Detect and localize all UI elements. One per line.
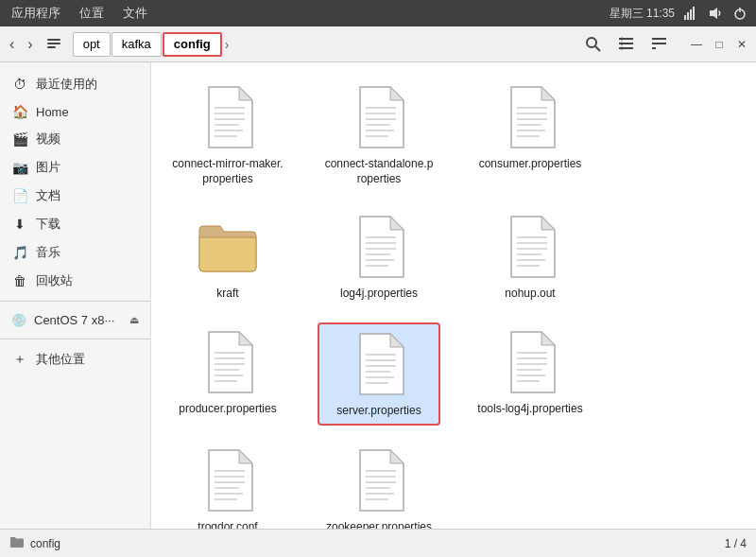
file-name-label: producer.properties	[179, 402, 276, 417]
file-name-label: trogdor.conf	[198, 520, 257, 529]
sidebar-item-home[interactable]: 🏠 Home	[0, 98, 150, 125]
file-item-log4j-properties[interactable]: log4j.properties	[318, 207, 440, 307]
document-icon	[500, 328, 560, 396]
view-grid-button[interactable]	[644, 32, 675, 56]
breadcrumb-more[interactable]: ›	[223, 37, 232, 52]
svg-rect-2	[690, 9, 692, 20]
svg-rect-9	[47, 46, 56, 48]
svg-point-17	[621, 47, 624, 50]
svg-line-11	[595, 46, 600, 51]
folder-icon	[198, 213, 258, 281]
trash-icon: 🗑	[11, 273, 28, 288]
file-name-label: consumer.properties	[479, 157, 582, 172]
location-label: config	[30, 537, 60, 550]
file-grid: connect-mirror-maker.properties connect-…	[166, 78, 741, 529]
network-icon	[682, 5, 699, 22]
sidebar-item-music[interactable]: 🎵 音乐	[0, 238, 150, 267]
sidebar: ⏱ 最近使用的 🏠 Home 🎬 视频 📷 图片 📄 文档 ⬇ 下载	[0, 62, 151, 529]
file-item-kraft[interactable]: kraft	[166, 207, 289, 307]
svg-rect-1	[687, 12, 689, 20]
svg-rect-3	[693, 7, 695, 20]
svg-point-10	[587, 38, 596, 47]
document-icon	[500, 213, 560, 281]
sidebar-item-photos[interactable]: 📷 图片	[0, 153, 150, 182]
view-list-button[interactable]	[610, 32, 642, 56]
video-icon: 🎬	[11, 131, 28, 147]
file-name-label: log4j.properties	[340, 287, 418, 302]
svg-marker-94	[390, 450, 404, 463]
file-item-producer-properties[interactable]: producer.properties	[166, 322, 289, 426]
svg-rect-20	[652, 47, 656, 49]
volume-icon	[707, 5, 724, 22]
svg-marker-4	[710, 8, 717, 19]
search-button[interactable]	[577, 32, 609, 56]
app-menu[interactable]: 应用程序	[8, 3, 64, 24]
document-icon	[349, 213, 409, 281]
document-icon	[349, 446, 409, 514]
statusbar: config 1 / 4	[0, 529, 756, 557]
svg-rect-8	[47, 43, 60, 44]
file-area: connect-mirror-maker.properties connect-…	[151, 62, 756, 529]
file-item-server-properties[interactable]: server.properties	[318, 322, 440, 426]
file-item-connect-standalone-properties[interactable]: connect-standalone.properties	[318, 78, 440, 192]
breadcrumb-config[interactable]: config	[163, 32, 222, 57]
svg-rect-0	[684, 15, 686, 20]
clock-icon: ⏱	[11, 77, 28, 92]
file-name-label: server.properties	[336, 404, 421, 419]
sidebar-item-downloads[interactable]: ⬇ 下载	[0, 210, 150, 238]
svg-marker-70	[390, 334, 404, 347]
file-item-connect-mirror-maker-properties[interactable]: connect-mirror-maker.properties	[166, 78, 289, 192]
breadcrumb-opt[interactable]: opt	[73, 32, 111, 57]
back-button[interactable]: ‹	[4, 32, 20, 57]
svg-marker-62	[239, 332, 252, 345]
sidebar-item-docs[interactable]: 📄 文档	[0, 182, 150, 210]
breadcrumb: opt kafka config ›	[73, 31, 572, 58]
music-icon: 🎵	[11, 245, 28, 260]
toolbar: ‹ › opt kafka config › — □ ✕	[0, 26, 756, 62]
power-icon[interactable]	[731, 5, 748, 22]
svg-point-16	[621, 43, 624, 45]
svg-marker-46	[390, 217, 404, 230]
file-item-tools-log4j-properties[interactable]: tools-log4j.properties	[469, 322, 592, 426]
page-info: 1 / 4	[725, 537, 747, 550]
files-menu[interactable]: 文件	[119, 3, 151, 24]
document-icon	[349, 330, 409, 398]
document-icon	[349, 83, 409, 151]
sidebar-item-video[interactable]: 🎬 视频	[0, 125, 150, 153]
sidebar-item-trash[interactable]: 🗑 回收站	[0, 267, 150, 295]
sidebar-item-recent[interactable]: ⏱ 最近使用的	[0, 70, 150, 98]
file-item-nohup-out[interactable]: nohup.out	[469, 207, 592, 307]
svg-rect-19	[652, 43, 666, 44]
svg-rect-7	[47, 39, 60, 41]
maximize-button[interactable]: □	[709, 34, 730, 55]
close-button[interactable]: ✕	[731, 34, 752, 55]
forward-button[interactable]: ›	[22, 32, 38, 57]
home-icon: 🏠	[11, 104, 28, 119]
svg-point-15	[621, 38, 624, 41]
svg-marker-78	[541, 332, 555, 345]
main-layout: ⏱ 最近使用的 🏠 Home 🎬 视频 📷 图片 📄 文档 ⬇ 下载	[0, 62, 756, 529]
document-icon	[198, 446, 258, 514]
file-item-consumer-properties[interactable]: consumer.properties	[469, 78, 592, 192]
history-button[interactable]	[41, 33, 67, 56]
file-name-label: connect-standalone.properties	[323, 157, 435, 186]
breadcrumb-kafka[interactable]: kafka	[112, 32, 162, 57]
svg-rect-18	[652, 38, 666, 40]
eject-button[interactable]: ⏏	[129, 314, 139, 326]
photo-icon: 📷	[11, 160, 28, 175]
disk-icon: 💿	[11, 313, 26, 327]
minimize-button[interactable]: —	[686, 34, 707, 55]
file-item-trogdor-conf[interactable]: trogdor.conf	[166, 441, 289, 529]
menubar: 应用程序 位置 文件 星期三 11:35	[0, 0, 756, 26]
file-name-label: zookeeper.properties	[326, 520, 432, 529]
places-menu[interactable]: 位置	[76, 3, 108, 24]
sidebar-item-centos[interactable]: 💿 CentOS 7 x8··· ⏏	[0, 307, 150, 333]
svg-marker-54	[541, 217, 555, 230]
file-item-zookeeper-properties[interactable]: zookeeper.properties	[318, 441, 440, 529]
file-name-label: tools-log4j.properties	[477, 402, 582, 417]
svg-marker-38	[541, 87, 555, 100]
svg-marker-86	[239, 450, 252, 463]
document-icon	[198, 328, 258, 396]
svg-marker-22	[239, 87, 252, 100]
sidebar-item-other-locations[interactable]: ＋ 其他位置	[0, 345, 150, 374]
